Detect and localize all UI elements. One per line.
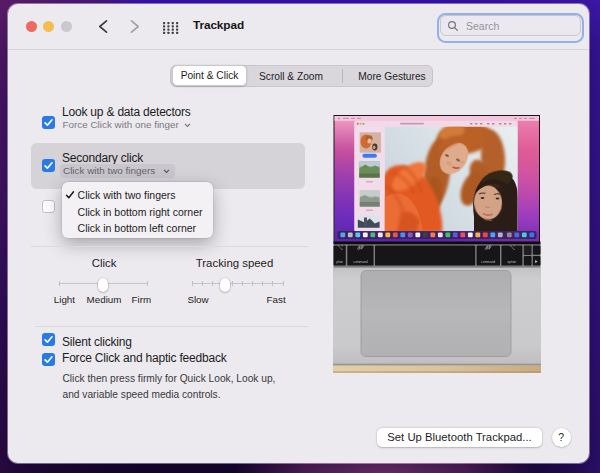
svg-text:option: option xyxy=(508,260,517,264)
svg-text:ption: ption xyxy=(337,260,344,264)
svg-text:command: command xyxy=(481,260,495,264)
svg-text:command: command xyxy=(354,260,368,264)
